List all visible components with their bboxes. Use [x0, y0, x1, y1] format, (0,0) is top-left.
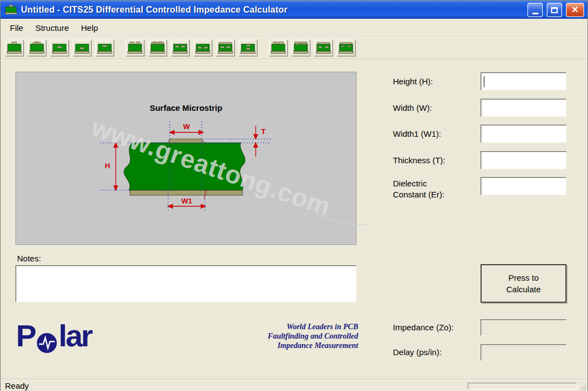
tool-coated-microstrip[interactable] [28, 40, 46, 56]
tagline-line: World Leaders in PCB [193, 322, 358, 331]
status-progress-panel [468, 383, 577, 389]
tool-diff-surface-microstrip[interactable] [126, 40, 144, 56]
polar-logo: P lar [16, 320, 91, 351]
menu-structure[interactable]: Structure [29, 21, 75, 35]
menu-help[interactable]: Help [75, 21, 104, 35]
app-window: Untitled - CITS25 Differential Controlle… [0, 0, 588, 391]
window-title: Untitled - CITS25 Differential Controlle… [21, 5, 288, 15]
width-input[interactable] [481, 99, 567, 117]
thickness-input[interactable] [481, 151, 567, 169]
label-thickness: Thickness (T): [393, 151, 477, 169]
calculate-button[interactable]: Press to Calculate [481, 264, 567, 303]
minimize-icon [532, 13, 538, 14]
label-dielectric: Dielectric Constant (Er): [393, 178, 459, 200]
toolbar-group-2 [269, 40, 355, 56]
logo-letter-p: P [16, 320, 35, 351]
tool-offset-stripline[interactable] [95, 40, 114, 56]
width1-input[interactable] [481, 125, 567, 143]
maximize-icon [551, 7, 558, 13]
text-caret [484, 76, 484, 87]
tool-surface-microstrip[interactable] [5, 40, 24, 56]
diagram-graphic [16, 72, 357, 245]
tool-embedded-microstrip[interactable] [50, 40, 69, 56]
dimension-label-h: H [103, 162, 112, 170]
tool-diff-surface-2[interactable] [269, 40, 288, 56]
label-width: Width (W): [393, 99, 477, 117]
tagline-line: Impedance Measurement [193, 341, 358, 350]
tool-diff-embedded-microstrip[interactable] [171, 40, 190, 56]
tool-diff-stripline[interactable] [193, 40, 212, 56]
titlebar: Untitled - CITS25 Differential Controlle… [1, 1, 587, 19]
tool-diff-stripline-2[interactable] [337, 40, 355, 56]
minimize-button[interactable] [527, 3, 543, 17]
toolbar-group-0 [5, 40, 114, 56]
dielectric-input[interactable] [481, 177, 567, 195]
maximize-button[interactable] [547, 3, 562, 17]
label-delay: Delay (ps/in): [393, 344, 477, 361]
status-text: Ready [5, 381, 29, 390]
main-content: Surface Microstrip [1, 59, 587, 379]
label-height: Height (H): [393, 72, 477, 90]
impedance-output [481, 319, 567, 336]
height-input[interactable] [481, 72, 567, 90]
menubar: File Structure Help [1, 19, 587, 37]
menu-file[interactable]: File [4, 21, 29, 35]
notes-textarea[interactable] [15, 265, 357, 302]
notes-label: Notes: [17, 254, 41, 263]
tool-diff-embedded-2[interactable] [314, 40, 333, 56]
brand-tagline: World Leaders in PCB Faultfinding and Co… [193, 322, 358, 350]
delay-output [481, 344, 567, 361]
tool-diff-broadside-coupled[interactable] [239, 40, 257, 56]
tool-diff-coated-2[interactable] [292, 40, 310, 56]
dimension-label-w: W [170, 122, 203, 131]
label-impedance: Impedance (Zo): [393, 319, 477, 336]
toolbar-group-1 [126, 40, 257, 56]
resize-grip-icon[interactable] [579, 383, 586, 390]
tool-diff-offset-stripline[interactable] [216, 40, 235, 56]
logo-letters-lar: lar [58, 320, 91, 351]
pulse-waveform-icon [36, 328, 57, 349]
toolbar [1, 37, 587, 59]
statusbar: Ready [1, 379, 587, 391]
dimension-label-t: T [259, 127, 268, 136]
label-width1: Width1 (W1): [393, 125, 477, 143]
close-button[interactable]: ✕ [566, 3, 584, 17]
structure-diagram-panel: Surface Microstrip [15, 72, 357, 245]
tool-stripline[interactable] [73, 40, 91, 56]
close-icon: ✕ [571, 6, 579, 14]
dimension-label-w1: W1 [168, 197, 206, 205]
pcb-board-icon [4, 4, 18, 15]
tool-diff-coated-microstrip[interactable] [148, 40, 167, 56]
tagline-line: Faultfinding and Controlled [193, 331, 358, 341]
